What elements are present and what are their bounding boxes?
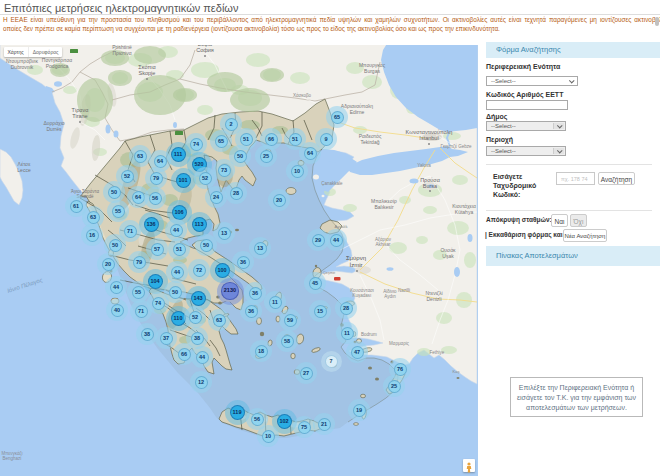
svg-text:Çeşme: Çeşme bbox=[323, 270, 336, 275]
svg-text:Durrës: Durrës bbox=[46, 126, 62, 132]
svg-text:Skopje: Skopje bbox=[139, 70, 156, 76]
svg-text:Denizli: Denizli bbox=[426, 296, 441, 302]
svg-text:Αξάριον: Αξάριον bbox=[375, 236, 392, 242]
svg-text:Μαρμαρίς: Μαρμαρίς bbox=[389, 341, 410, 346]
svg-text:Πριστίνα: Πριστίνα bbox=[112, 50, 131, 56]
svg-text:Τίρανα: Τίρανα bbox=[72, 107, 90, 113]
svg-text:Yalova: Yalova bbox=[417, 163, 431, 168]
svg-text:Burgas: Burgas bbox=[364, 68, 380, 74]
svg-text:Çanakkale: Çanakkale bbox=[321, 181, 343, 186]
svg-text:Προύσα: Προύσα bbox=[420, 177, 441, 183]
svg-text:Lecce: Lecce bbox=[17, 167, 31, 173]
svg-text:İzmir: İzmir bbox=[350, 262, 363, 268]
svg-text:Nazilli: Nazilli bbox=[398, 288, 410, 293]
svg-text:Bodrum: Bodrum bbox=[361, 332, 377, 337]
svg-text:Tirane: Tirane bbox=[72, 113, 87, 119]
svg-text:Κουσάντασι: Κουσάντασι bbox=[350, 287, 374, 293]
svg-text:Kaş: Kaş bbox=[453, 369, 460, 374]
svg-text:София: София bbox=[196, 47, 214, 53]
svg-text:Bursa: Bursa bbox=[423, 183, 438, 189]
svg-text:Istanbul: Istanbul bbox=[419, 135, 438, 141]
svg-text:Γκεμπζέ Gebze: Γκεμπζέ Gebze bbox=[441, 143, 472, 149]
svg-text:Balıkesir: Balıkesir bbox=[374, 204, 394, 210]
svg-text:Άγιοι Σαράντα: Άγιοι Σαράντα bbox=[71, 188, 99, 194]
svg-text:Benghazi: Benghazi bbox=[3, 456, 22, 461]
svg-text:Χάσκοβο: Χάσκοβο bbox=[293, 92, 312, 98]
svg-text:Kuşadası: Kuşadası bbox=[353, 293, 372, 298]
svg-text:Fethiye: Fethiye bbox=[430, 350, 445, 355]
svg-text:Podgorica: Podgorica bbox=[46, 63, 69, 69]
svg-text:Aydın: Aydın bbox=[384, 294, 396, 299]
svg-text:Kütahya: Kütahya bbox=[455, 209, 474, 215]
svg-text:Dubrovnik: Dubrovnik bbox=[11, 64, 34, 70]
svg-text:Akhisar: Akhisar bbox=[375, 242, 391, 247]
svg-text:Edirne: Edirne bbox=[350, 109, 365, 115]
svg-text:Tekirdağ: Tekirdağ bbox=[361, 139, 380, 145]
svg-text:Μπενγκάζι: Μπενγκάζι bbox=[1, 450, 22, 456]
svg-text:Σκόπια: Σκόπια bbox=[138, 64, 156, 70]
svg-text:Uşak: Uşak bbox=[442, 253, 454, 259]
svg-text:Κωνσταντινούπολη: Κωνσταντινούπολη bbox=[406, 129, 453, 135]
svg-text:Σμύρνη: Σμύρνη bbox=[346, 255, 366, 261]
